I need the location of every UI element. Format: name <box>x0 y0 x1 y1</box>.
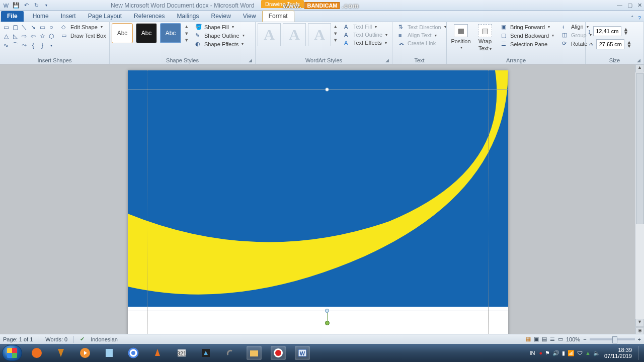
shape-brace2-icon[interactable]: } <box>38 41 46 49</box>
zoom-in-button[interactable]: + <box>638 336 641 342</box>
tray-sound-icon[interactable]: 🔈 <box>593 350 600 356</box>
view-full-screen-icon[interactable]: ▣ <box>534 336 539 342</box>
taskbar-chrome-icon[interactable] <box>126 346 141 360</box>
tray-flag-icon[interactable]: ⚑ <box>545 350 550 356</box>
start-button[interactable] <box>2 345 22 361</box>
taskbar-word-icon[interactable]: W <box>295 346 310 360</box>
wordart-gallery[interactable]: A A A ▴▾▾ <box>258 23 338 46</box>
wordart-gallery-more[interactable]: ▴▾▾ <box>333 23 338 43</box>
minimize-ribbon-icon[interactable]: ˄ <box>631 15 634 22</box>
tray-volume-icon[interactable]: 🔊 <box>552 350 559 356</box>
tab-view[interactable]: View <box>237 11 262 22</box>
qat-more-icon[interactable]: ▾ <box>42 2 50 10</box>
tab-insert[interactable]: Insert <box>55 11 82 22</box>
redo-icon[interactable]: ↻ <box>32 2 40 10</box>
show-desktop-button[interactable] <box>638 346 642 360</box>
shape-curve-icon[interactable]: ∿ <box>2 41 10 49</box>
style-preset-3[interactable]: Abc <box>160 23 181 43</box>
scroll-up-button[interactable]: ▲ <box>635 64 644 72</box>
style-preset-2[interactable]: Abc <box>136 23 157 43</box>
shape-fill-button[interactable]: 🪣Shape Fill▾ <box>193 23 247 31</box>
shape-triangle-icon[interactable]: △ <box>2 32 10 40</box>
tray-language[interactable]: IN <box>529 350 535 356</box>
taskbar-bandicam-icon[interactable] <box>271 346 286 360</box>
dialog-launcher-icon[interactable]: ◢ <box>385 58 389 63</box>
proofing-icon[interactable]: ✔ <box>80 336 85 342</box>
view-web-icon[interactable]: ▤ <box>542 336 547 342</box>
restore-button[interactable]: ▢ <box>627 2 632 9</box>
shape-arrow2-icon[interactable]: ⇨ <box>20 32 28 40</box>
height-input[interactable]: 12,41 cm <box>593 26 621 36</box>
tray-shield-icon[interactable]: 🛡 <box>577 350 583 356</box>
undo-icon[interactable]: ↶ <box>22 2 30 10</box>
wordart-preset-3[interactable]: A <box>308 23 331 46</box>
shape-arrow-icon[interactable]: ↘ <box>29 23 37 31</box>
draw-text-box-button[interactable]: ▭Draw Text Box <box>59 32 108 39</box>
shape-picture-icon[interactable]: ▢ <box>11 23 19 31</box>
save-icon[interactable]: 💾 <box>12 2 20 10</box>
zoom-level[interactable]: 100% <box>566 336 580 342</box>
shape-arc-icon[interactable]: ⌒ <box>11 41 19 49</box>
taskbar-uc-browser-icon[interactable] <box>29 346 44 360</box>
shapes-gallery[interactable]: ▭ ▢ ＼ ↘ ▭ ○ △ ◺ ⇨ ⇦ ☆ ⬡ ∿ ⌒ ⤳ { } ▾ <box>2 23 55 49</box>
close-button[interactable]: ✕ <box>637 2 642 9</box>
tray-update-icon[interactable]: ▲ <box>585 350 591 356</box>
tab-page-layout[interactable]: Page Layout <box>82 11 128 22</box>
vertical-scrollbar[interactable]: ▲ ▼ ◉ ▼ <box>635 64 644 344</box>
shape-oval-icon[interactable]: ○ <box>47 23 55 31</box>
height-spinner[interactable]: ▲▼ <box>623 28 629 35</box>
edit-shape-button[interactable]: ◇Edit Shape▾ <box>59 23 108 31</box>
scroll-thumb[interactable] <box>636 73 644 224</box>
text-direction-button[interactable]: ⇅Text Direction▾ <box>396 23 448 31</box>
text-fill-button[interactable]: AText Fill▾ <box>342 23 389 30</box>
taskbar-media-player-icon[interactable] <box>77 346 93 360</box>
shape-textbox-icon[interactable]: ▭ <box>2 23 10 31</box>
taskbar-app1-icon[interactable] <box>198 346 213 360</box>
shape-rtriangle-icon[interactable]: ◺ <box>11 32 19 40</box>
position-button[interactable]: ▦ Position▾ <box>449 23 473 51</box>
align-text-button[interactable]: ≡Align Text▾ <box>396 32 448 39</box>
dialog-launcher-icon[interactable]: ◢ <box>249 58 252 63</box>
view-print-layout-icon[interactable]: ▦ <box>526 336 531 342</box>
style-preset-1[interactable]: Abc <box>112 23 133 43</box>
taskbar-explorer-icon[interactable] <box>247 346 262 360</box>
width-spinner[interactable]: ▲▼ <box>626 41 632 48</box>
style-gallery-more[interactable]: ▴▾▾ <box>184 23 189 43</box>
shape-arrow3-icon[interactable]: ⇦ <box>29 32 37 40</box>
tray-network-icon[interactable]: 📶 <box>568 350 575 356</box>
taskbar-winamp-icon[interactable] <box>53 346 68 360</box>
shape-connector-icon[interactable]: ⤳ <box>20 41 28 49</box>
zoom-slider[interactable] <box>590 338 635 340</box>
minimize-button[interactable]: — <box>617 2 622 9</box>
wrap-text-button[interactable]: ▤ Wrap Text▾ <box>475 23 495 52</box>
document-area[interactable]: ✥ <box>0 64 635 344</box>
selection-pane-button[interactable]: ☰Selection Pane <box>499 40 556 48</box>
text-effects-button[interactable]: AText Effects▾ <box>342 39 389 46</box>
view-draft-icon[interactable]: ▭ <box>558 336 563 342</box>
tray-battery-icon[interactable]: ▮ <box>562 350 565 356</box>
shape-styles-gallery[interactable]: Abc Abc Abc ▴▾▾ <box>112 23 189 43</box>
shapes-more-icon[interactable]: ▾ <box>47 41 55 49</box>
shape-star-icon[interactable]: ☆ <box>38 32 46 40</box>
taskbar-mpc-icon[interactable]: 321 <box>174 346 189 360</box>
send-backward-button[interactable]: ▢Send Backward▾ <box>499 32 556 39</box>
taskbar-notepad-icon[interactable] <box>102 346 117 360</box>
status-page[interactable]: Page: 1 of 1 <box>3 336 33 342</box>
wordart-preset-1[interactable]: A <box>258 23 281 46</box>
shape-line-icon[interactable]: ＼ <box>20 23 28 31</box>
status-language[interactable]: Indonesian <box>91 336 118 342</box>
shape-rect-icon[interactable]: ▭ <box>38 23 46 31</box>
view-outline-icon[interactable]: ☰ <box>550 336 555 342</box>
scroll-down-button[interactable]: ▼ <box>635 319 644 327</box>
page[interactable] <box>128 70 508 344</box>
shape-hex-icon[interactable]: ⬡ <box>47 32 55 40</box>
tab-review[interactable]: Review <box>205 11 236 22</box>
tab-format[interactable]: Format <box>262 11 294 22</box>
taskbar-vlc-icon[interactable] <box>150 346 165 360</box>
tab-file[interactable]: File <box>1 11 24 22</box>
status-words[interactable]: Words: 0 <box>45 336 67 342</box>
shape-effects-button[interactable]: ◐Shape Effects▾ <box>193 40 247 48</box>
tab-references[interactable]: References <box>128 11 171 22</box>
tab-home[interactable]: Home <box>27 11 55 22</box>
tray-clock[interactable]: 18:39 07/11/2019 <box>604 347 632 359</box>
